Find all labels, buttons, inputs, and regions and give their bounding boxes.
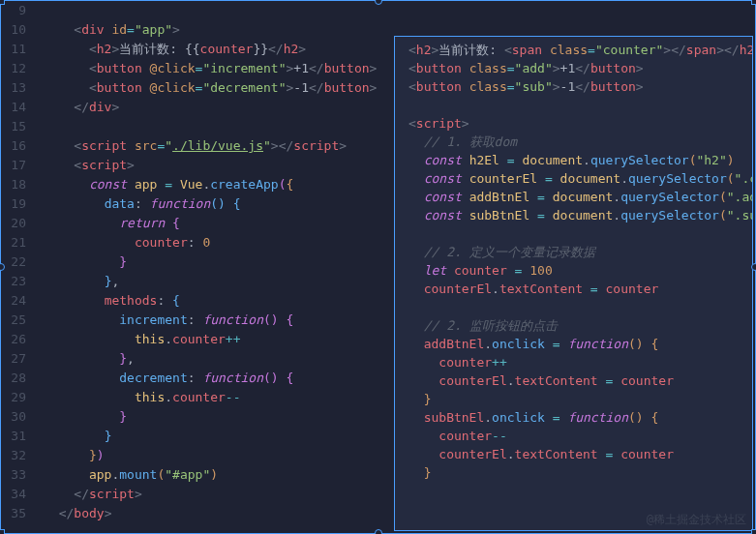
watermark: @稀土掘金技术社区 <box>647 512 746 528</box>
line-number-gutter: 9101112131415161718192021222324252627282… <box>1 1 36 533</box>
selection-handle[interactable] <box>0 0 5 5</box>
selection-handle[interactable] <box>375 0 382 5</box>
selection-handle[interactable] <box>751 263 756 271</box>
selection-handle[interactable] <box>0 529 5 534</box>
right-code-pane[interactable]: <h2>当前计数: <span class="counter"></span><… <box>394 36 753 531</box>
selection-handle[interactable] <box>375 529 382 534</box>
selection-handle[interactable] <box>751 0 756 5</box>
left-code-pane[interactable]: <div id="app"> <h2>当前计数: {{counter}}</h2… <box>36 1 394 533</box>
selection-handle[interactable] <box>751 529 756 534</box>
code-editor[interactable]: 9101112131415161718192021222324252627282… <box>0 0 756 534</box>
